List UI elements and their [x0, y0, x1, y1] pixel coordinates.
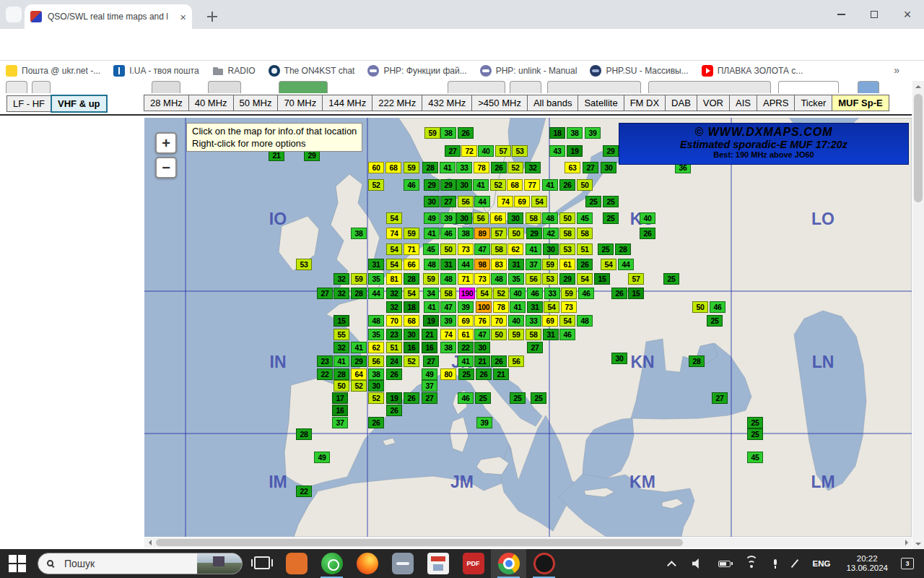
muf-cell[interactable]: 26	[368, 417, 384, 428]
muf-cell[interactable]: 26	[491, 355, 507, 367]
band-tab-144-mhz[interactable]: 144 MHz	[322, 95, 372, 111]
muf-cell[interactable]: 54	[476, 288, 492, 299]
muf-cell[interactable]: 27	[422, 392, 437, 404]
map-zoom-out-button[interactable]: −	[155, 157, 177, 178]
muf-cell[interactable]: 24	[386, 355, 402, 367]
muf-cell[interactable]: 45	[747, 452, 763, 463]
muf-cell[interactable]: 33	[526, 315, 541, 327]
muf-cell[interactable]: 25	[531, 392, 546, 404]
muf-cell[interactable]: 38	[440, 342, 456, 353]
muf-cell[interactable]: 57	[495, 145, 511, 157]
muf-cell[interactable]: 52	[351, 380, 367, 392]
muf-cell[interactable]: 49	[424, 212, 440, 224]
muf-cell[interactable]: 73	[561, 301, 577, 313]
muf-cell[interactable]: 32	[525, 162, 541, 173]
muf-cell[interactable]: 71	[404, 243, 419, 255]
volume-icon[interactable]	[692, 558, 704, 569]
muf-cell[interactable]: 26	[491, 162, 507, 173]
muf-cell[interactable]: 46	[578, 288, 594, 299]
muf-cell[interactable]: 32	[334, 342, 349, 353]
band-tab-aprs[interactable]: APRS	[757, 95, 795, 111]
muf-cell[interactable]: 49	[422, 368, 437, 380]
muf-cell[interactable]: 57	[628, 273, 644, 285]
band-tab-muf-sp-e[interactable]: MUF Sp-E	[832, 95, 889, 111]
muf-cell[interactable]: 74	[497, 196, 513, 207]
bookmark-item-php[interactable]: PHP: Функции фай...	[367, 65, 466, 77]
muf-cell[interactable]: 59	[542, 259, 558, 270]
muf-cell[interactable]: 31	[368, 259, 384, 270]
muf-cell[interactable]: 41	[424, 301, 440, 313]
muf-cell[interactable]: 63	[565, 162, 580, 173]
taskbar-app-orange-app-icon[interactable]	[279, 549, 314, 578]
scroll-right-arrow[interactable]	[902, 538, 912, 548]
muf-cell[interactable]: 26	[404, 392, 419, 404]
muf-cell[interactable]: 27	[527, 342, 543, 353]
microphone-icon[interactable]	[772, 559, 778, 569]
bookmark-item-i-ua[interactable]: I.UA - твоя пошта	[113, 65, 199, 77]
taskbar-app-chrome-icon[interactable]	[491, 549, 526, 578]
start-button[interactable]	[9, 555, 26, 572]
muf-cell[interactable]: 28	[615, 243, 631, 255]
muf-cell[interactable]: 26	[386, 405, 402, 416]
muf-cell[interactable]: 28	[296, 428, 312, 440]
muf-cell[interactable]: 54	[386, 212, 402, 224]
bookmark-item-php-su[interactable]: PHP.SU - Массивы...	[590, 65, 688, 77]
muf-cell[interactable]: 35	[368, 273, 384, 285]
muf-cell[interactable]: 42	[543, 228, 559, 239]
muf-cell[interactable]: 59	[404, 162, 419, 173]
mode-tab-lf-hf[interactable]: LF - HF	[6, 95, 51, 112]
muf-cell[interactable]: 58	[491, 243, 507, 255]
muf-cell[interactable]: 76	[474, 315, 490, 327]
muf-cell[interactable]: 25	[458, 368, 474, 380]
muf-cell[interactable]: 16	[332, 405, 348, 416]
bookmark-item-radio[interactable]: RADIO	[212, 65, 256, 77]
muf-cell[interactable]: 19	[567, 145, 583, 157]
task-view-button[interactable]	[254, 556, 270, 569]
muf-cell[interactable]: 77	[524, 179, 540, 191]
muf-cell[interactable]: 21	[493, 368, 509, 380]
bookmark-item-[interactable]: ПЛАВКА ЗОЛОТА с...	[702, 65, 803, 77]
muf-cell[interactable]: 54	[544, 301, 559, 313]
muf-cell[interactable]: 54	[601, 259, 616, 270]
muf-cell[interactable]: 54	[386, 259, 402, 270]
muf-cell[interactable]: 39	[585, 127, 601, 139]
vertical-scroll-thumb[interactable]	[914, 94, 923, 202]
muf-cell[interactable]: 58	[559, 228, 575, 239]
muf-cell[interactable]: 49	[314, 452, 330, 463]
muf-cell[interactable]: 55	[334, 329, 349, 340]
taskbar-app-firefox-app-icon[interactable]	[349, 549, 385, 578]
muf-cell[interactable]: 22	[317, 368, 333, 380]
muf-cell[interactable]: 54	[577, 273, 593, 285]
band-tab-50-mhz[interactable]: 50 MHz	[233, 95, 279, 111]
muf-cell[interactable]: 37	[526, 259, 541, 270]
muf-cell[interactable]: 52	[368, 179, 384, 191]
muf-cell[interactable]: 38	[440, 127, 456, 139]
muf-cell[interactable]: 59	[508, 329, 524, 340]
muf-cell[interactable]: 59	[424, 127, 440, 139]
muf-cell[interactable]: 66	[404, 259, 419, 270]
muf-cell[interactable]: 26	[559, 179, 575, 191]
muf-cell[interactable]: 26	[640, 228, 655, 239]
muf-cell[interactable]: 44	[458, 259, 474, 270]
bookmark-item-the-on4kst-chat[interactable]: The ON4KST chat	[269, 65, 355, 77]
window-minimize-button[interactable]	[824, 0, 858, 29]
bookmark-item-ukr-net[interactable]: Пошта @ ukr.net -...	[6, 65, 100, 77]
muf-cell[interactable]: 25	[585, 196, 601, 207]
muf-cell[interactable]: 16	[404, 342, 419, 353]
muf-cell[interactable]: 26	[386, 368, 402, 380]
band-tab-450-mhz[interactable]: >450 MHz	[471, 95, 528, 111]
action-center-icon[interactable]: 3	[901, 558, 914, 569]
muf-cell[interactable]: 23	[386, 329, 402, 340]
muf-cell[interactable]: 17	[332, 392, 348, 404]
muf-cell[interactable]: 21	[474, 355, 490, 367]
muf-cell[interactable]: 73	[458, 243, 474, 255]
muf-cell[interactable]: 27	[317, 288, 333, 299]
muf-cell[interactable]: 69	[542, 315, 558, 327]
tab-strip-button[interactable]	[6, 7, 22, 22]
muf-cell[interactable]: 190	[459, 288, 475, 299]
muf-cell[interactable]: 39	[440, 315, 456, 327]
muf-cell[interactable]: 46	[710, 301, 725, 313]
muf-cell[interactable]: 54	[531, 196, 547, 207]
muf-cell[interactable]: 41	[542, 179, 558, 191]
muf-cell[interactable]: 39	[458, 301, 474, 313]
